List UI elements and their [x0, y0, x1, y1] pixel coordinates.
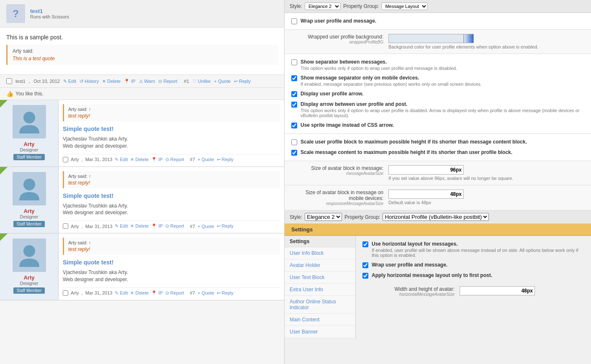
avatar-size-mobile-field-row: Size of avatar block in message on mobil… — [285, 185, 591, 210]
post-meta-date-2: Mar 31, 2013 — [85, 290, 113, 295]
reply-quote-2: Arty said: ↑ test reply! — [63, 238, 280, 255]
post1-body: This is a sample post. Arty said: This i… — [0, 28, 284, 75]
settings-tab-user-banner[interactable]: User Banner — [285, 326, 355, 338]
post-username-0[interactable]: Arty — [23, 141, 34, 147]
post-checkbox-2[interactable] — [63, 290, 68, 296]
cb-show-separator-mobile[interactable] — [291, 75, 297, 81]
settings-tabs-area: Settings User Info BlockAvatar HolderUse… — [285, 236, 591, 338]
post-quote-link-2[interactable]: + Quote — [198, 290, 214, 295]
style-select-2[interactable]: Elegance 2 — [305, 213, 342, 221]
post1-quote-link[interactable]: + Quote — [214, 79, 230, 84]
post-reply-link-2[interactable]: ↩ Reply — [217, 290, 234, 296]
post-checkbox-0[interactable] — [63, 157, 68, 162]
cb-use-sprite[interactable] — [291, 123, 297, 128]
post1-history-link[interactable]: ↺ History — [80, 79, 99, 84]
bg-text-input[interactable] — [388, 34, 464, 43]
post1-ip-link[interactable]: 📍 IP — [124, 79, 135, 84]
style-select-1[interactable]: Elegance 2 — [305, 3, 341, 10]
post-reply-link-1[interactable]: ↩ Reply — [217, 223, 234, 229]
post-delete-2[interactable]: ✕ Delete — [130, 290, 149, 296]
post1-report-link[interactable]: ⊙ Report — [158, 79, 177, 84]
option-display-profile-arrow: Display user profile arrow. — [291, 91, 584, 97]
post-badge-1: Staff Member — [13, 221, 45, 227]
post-role-1: Designer — [20, 214, 38, 219]
post-title-2[interactable]: Simple quote test! — [63, 259, 280, 266]
settings-tab-avatar-holder[interactable]: Avatar Holder — [285, 259, 355, 272]
post1-delete-link[interactable]: ✕ Delete — [102, 79, 121, 84]
post-badge-2: Staff Member — [13, 287, 45, 294]
settings-tab-main-content[interactable]: Main Content — [285, 314, 355, 326]
display-arrow-between-label: Display arrow between user profile and p… — [301, 101, 584, 107]
post-username-1[interactable]: Arty — [23, 208, 34, 214]
cb-wrap-user-horiz[interactable] — [362, 262, 368, 268]
post-reply-link-0[interactable]: ↩ Reply — [217, 157, 234, 162]
style-bar-1: Style: Elegance 2 Property Group: Messag… — [285, 0, 591, 13]
option-use-horizontal: Use horizontal layout for messages. If e… — [362, 241, 584, 258]
post-meta-author-1: Arty — [71, 224, 79, 229]
post-user-col-1: Arty Designer Staff Member — [0, 167, 59, 233]
post-ip-1[interactable]: 📍 IP — [151, 223, 162, 229]
reply-quote-0: Arty said: ↑ test reply! — [63, 104, 280, 121]
reply-post-2: Arty Designer Staff Member Arty said: ↑ … — [0, 233, 284, 300]
apply-horiz-first-label: Apply horizontal message layout only to … — [372, 272, 492, 278]
post1-username[interactable]: test1 — [30, 8, 69, 14]
reply-posts: Arty Designer Staff Member Arty said: ↑ … — [0, 100, 284, 300]
post-meta-author-2: Arty — [71, 290, 79, 295]
right-panel: Style: Elegance 2 Property Group: Messag… — [285, 0, 591, 364]
post-delete-1[interactable]: ✕ Delete — [130, 223, 149, 229]
post-edit-1[interactable]: ✎ Edit — [115, 223, 128, 229]
settings-tab-user-info-block[interactable]: User Info Block — [285, 247, 355, 259]
option-wrap-user-profile: Wrap user profile and message. — [291, 18, 584, 24]
post-report-2[interactable]: ⊙ Report — [165, 290, 184, 296]
horiz-avatar-size-input[interactable] — [460, 286, 535, 295]
color-swatch[interactable] — [464, 34, 474, 43]
group-select-2[interactable]: Horizontal Profile (vBulletin-like postb… — [383, 213, 489, 221]
post-title-0[interactable]: Simple quote test! — [63, 126, 280, 132]
cb-scale-user-profile[interactable] — [291, 139, 297, 145]
settings-tab-user-text-block[interactable]: User Text Block — [285, 272, 355, 284]
post-ip-2[interactable]: 📍 IP — [151, 290, 162, 296]
post1-reply-link[interactable]: ↩ Reply — [234, 79, 251, 84]
post-username-2[interactable]: Arty — [23, 274, 34, 281]
post-report-1[interactable]: ⊙ Report — [165, 223, 184, 229]
post-ip-0[interactable]: 📍 IP — [151, 157, 162, 162]
style-bar-2: Style: Elegance 2 Property Group: Horizo… — [285, 210, 591, 224]
post1-avatar: ? — [6, 4, 25, 23]
post1-checkbox[interactable] — [6, 78, 12, 84]
avatar-2 — [13, 238, 46, 272]
reply-post-0: Arty Designer Staff Member Arty said: ↑ … — [0, 100, 284, 167]
bg-field-desc: Background color for user profile elemen… — [388, 44, 584, 49]
avatar-1 — [13, 172, 46, 205]
cb-display-arrow-between[interactable] — [291, 102, 297, 108]
settings-tab-author-online-status-indicator[interactable]: Author Online Status Indicator — [285, 296, 355, 314]
avatar-size-input[interactable] — [388, 165, 464, 174]
cb-show-separator[interactable] — [291, 59, 297, 65]
post-quote-link-1[interactable]: + Quote — [198, 224, 214, 229]
post-edit-0[interactable]: ✎ Edit — [115, 157, 128, 162]
cb-wrap-user-profile[interactable] — [291, 18, 297, 24]
rq-text-1: test reply! — [68, 180, 276, 186]
option-wrap-user-horiz: Wrap user profile and message. — [362, 262, 584, 268]
post1-warn-link[interactable]: ⚠ Warn — [139, 79, 155, 84]
post-num-1: #7 — [190, 224, 195, 229]
post-title-1[interactable]: Simple quote test! — [63, 192, 280, 199]
post1-text: This is a sample post. — [6, 34, 278, 41]
post-delete-0[interactable]: ✕ Delete — [130, 157, 149, 162]
cb-scale-message-content[interactable] — [291, 150, 297, 156]
avatar-size-mobile-input[interactable] — [388, 190, 464, 199]
post-checkbox-1[interactable] — [63, 223, 68, 229]
cb-apply-horiz-first[interactable] — [362, 273, 368, 279]
cb-display-profile-arrow[interactable] — [291, 91, 297, 97]
cb-use-horizontal[interactable] — [362, 241, 368, 247]
post-edit-2[interactable]: ✎ Edit — [115, 290, 128, 296]
avatar-size-mobile-control: Default value is 48px — [388, 190, 584, 205]
post1-edit-link[interactable]: ✎ Edit — [63, 79, 76, 84]
avatar-size-mobile-label: Size of avatar block in message on mobil… — [291, 190, 383, 206]
post1-unlike-link[interactable]: ♡ Unlike — [193, 79, 211, 84]
post-quote-link-0[interactable]: + Quote — [198, 157, 214, 162]
post-report-0[interactable]: ⊙ Report — [165, 157, 184, 162]
post1-quote-text: This is a test quote — [13, 56, 273, 62]
settings-tab-extra-user-info[interactable]: Extra User Info — [285, 284, 355, 296]
group-select-1[interactable]: Message Layout — [381, 3, 428, 10]
post-desc-2: Vjacheslav Trushkin aka Arty.Web designe… — [63, 269, 280, 283]
